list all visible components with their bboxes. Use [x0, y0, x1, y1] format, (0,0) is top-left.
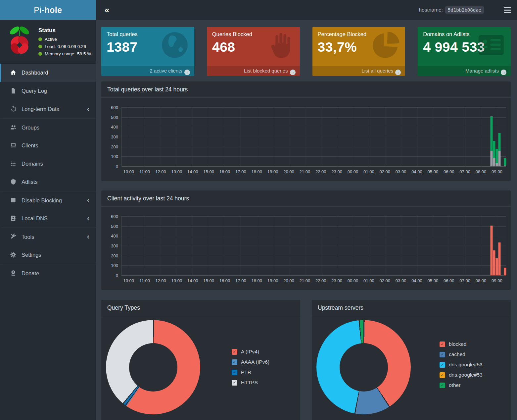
arrow-circle-right-icon: →	[184, 70, 190, 75]
gridline	[241, 107, 241, 166]
x-axis-label: 22:00	[315, 278, 326, 283]
gridline	[353, 107, 353, 166]
sidebar-item-local-dns[interactable]: Local DNS‹	[0, 209, 96, 228]
x-axis-label: 04:00	[411, 169, 422, 174]
legend-item-ptr[interactable]: ✓PTR	[232, 369, 269, 375]
x-axis-label: 21:00	[300, 278, 310, 283]
gridline	[193, 107, 193, 166]
sidebar-item-adlists[interactable]: Adlists	[0, 173, 96, 191]
legend-item-a-ipv4[interactable]: ✓A (IPv4)	[232, 349, 269, 355]
sidebar-item-label: Dashboard	[22, 70, 48, 76]
legend-label: other	[449, 382, 460, 388]
gridline	[337, 107, 337, 166]
x-axis-label: 03:00	[396, 278, 406, 283]
gridline	[353, 216, 353, 275]
gridline	[465, 216, 465, 275]
card-footer-label: List all queries	[361, 68, 393, 74]
x-axis-label: 06:00	[444, 278, 454, 283]
sidebar-item-settings[interactable]: Settings	[0, 246, 96, 264]
y-axis-label: 400	[104, 234, 118, 238]
legend-item-other[interactable]: ✓other	[440, 382, 483, 388]
laptop-icon	[10, 142, 17, 149]
status-row-memory-usage: Memory usage:58.5 %	[38, 51, 91, 56]
sidebar-item-donate[interactable]: $Donate	[0, 264, 96, 282]
globe-icon	[160, 30, 190, 60]
history-icon	[10, 106, 17, 113]
x-axis-label: 07:00	[459, 278, 470, 283]
summary-card-queries-blocked: Queries Blocked468List blocked queries→	[207, 27, 300, 76]
x-axis-label: 05:00	[428, 278, 439, 283]
status-row-load: Load:0.06 0.09 0.26	[38, 44, 91, 49]
sidebar-item-dashboard[interactable]: Dashboard	[0, 64, 96, 82]
y-axis-label: 400	[104, 125, 118, 130]
brand: Pi-hole	[0, 0, 96, 20]
gridline	[449, 216, 449, 275]
legend-label: dns.google#53	[449, 372, 483, 378]
legend-item-dns-google-53[interactable]: ✓dns.google#53	[440, 372, 483, 378]
legend-item-https[interactable]: ✓HTTPS	[232, 380, 269, 386]
gridline	[337, 216, 337, 275]
legend-item-aaaa-ipv6[interactable]: ✓AAAA (IPv6)	[232, 359, 269, 365]
hostname-label: hostname:	[419, 7, 443, 13]
sidebar-item-groups[interactable]: Groups	[0, 118, 96, 136]
sidebar-item-tools[interactable]: Tools‹	[0, 228, 96, 246]
query-types-legend: ✓A (IPv4)✓AAAA (IPv6)✓PTR✓HTTPS	[232, 349, 269, 414]
legend-label: A (IPv4)	[241, 349, 259, 355]
sidebar-item-query-log[interactable]: Query Log	[0, 82, 96, 100]
gridline	[177, 216, 177, 275]
gridline	[121, 265, 506, 266]
checkbox-checked-icon: ✓	[232, 370, 237, 375]
sidebar-item-clients[interactable]: Clients	[0, 136, 96, 155]
pie-icon	[371, 30, 400, 60]
x-axis-label: 00:00	[348, 169, 358, 174]
y-axis-label: 300	[104, 243, 118, 248]
x-axis-label: 20:00	[283, 278, 294, 283]
bar-08:40	[491, 107, 493, 166]
x-axis-label: 02:00	[379, 278, 390, 283]
sidebar-item-label: Tools	[22, 234, 34, 240]
legend-item-blocked[interactable]: ✓blocked	[440, 341, 483, 347]
summary-card-total-queries: Total queries13872 active clients→	[101, 27, 194, 76]
sidebar-item-disable-blocking[interactable]: Disable Blocking‹	[0, 191, 96, 209]
gridline	[121, 127, 506, 127]
sidebar-item-label: Settings	[22, 252, 41, 258]
sidebar-item-long-term-data[interactable]: Long-term Data‹	[0, 100, 96, 118]
hostname-value: 5d1bb2b08dae	[445, 6, 484, 14]
checkbox-checked-icon: ✓	[232, 349, 237, 355]
gridline	[305, 107, 305, 166]
legend-item-dns-google-53[interactable]: ✓dns.google#53	[440, 362, 483, 368]
query-types-title: Query Types	[101, 300, 300, 316]
status-value: 58.5 %	[77, 51, 91, 56]
total-queries-title: Total queries over last 24 hours	[101, 81, 511, 98]
bar-09:00	[496, 216, 498, 275]
card-footer-link[interactable]: 2 active clients→	[101, 66, 194, 76]
card-footer-link[interactable]: Manage adlists→	[418, 66, 511, 76]
checkbox-checked-icon: ✓	[440, 372, 445, 378]
card-footer-label: Manage adlists	[465, 68, 499, 74]
y-axis-label: 200	[104, 253, 118, 258]
gridline	[449, 107, 449, 166]
status-dot-icon	[38, 52, 42, 56]
card-footer-link[interactable]: List blocked queries→	[207, 66, 300, 76]
x-axis-label: 00:00	[348, 278, 358, 283]
sidebar-collapse-button[interactable]: «	[105, 6, 109, 14]
x-axis-label: 19:00	[267, 169, 278, 174]
list-icon	[10, 160, 17, 168]
x-axis-label: 18:00	[251, 169, 262, 174]
gridline	[129, 216, 129, 275]
list-card-icon	[476, 30, 506, 60]
shield-icon	[10, 179, 17, 186]
status-value: 0.06 0.09 0.26	[58, 44, 86, 49]
x-axis-label: 23:00	[331, 278, 342, 283]
gridline	[433, 216, 433, 275]
legend-item-cached[interactable]: ✓cached	[440, 351, 483, 357]
bar-09:00	[496, 107, 498, 166]
home-icon	[10, 69, 17, 77]
gridline	[209, 107, 209, 166]
client-activity-title: Client activity over last 24 hours	[101, 190, 511, 207]
legend-label: blocked	[449, 341, 466, 347]
card-footer-link[interactable]: List all queries→	[312, 66, 405, 76]
menu-icon[interactable]	[498, 0, 517, 20]
gridline	[121, 107, 506, 108]
sidebar-item-domains[interactable]: Domains	[0, 155, 96, 173]
